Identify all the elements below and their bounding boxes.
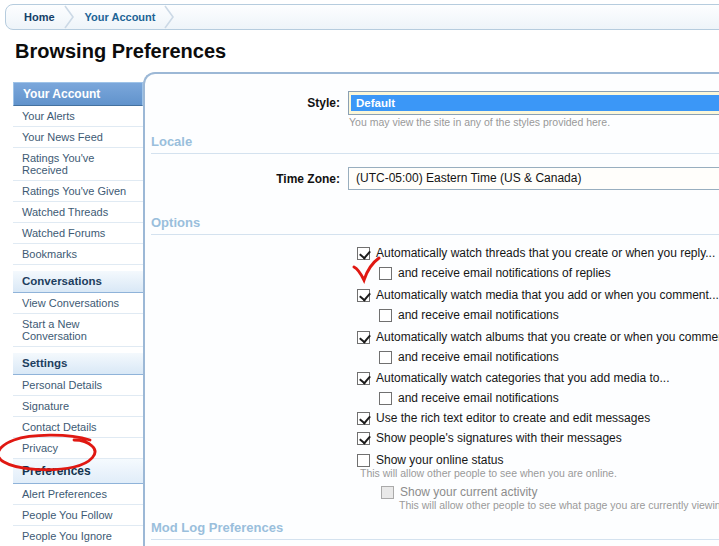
checkbox-show-signatures[interactable]: [357, 432, 370, 445]
checkbox-label: Automatically watch albums that you crea…: [376, 330, 719, 344]
checkbox-label: and receive email notifications: [398, 308, 559, 322]
sidebar-header-conversations: Conversations: [13, 271, 143, 293]
checkbox-label: and receive email notifications: [398, 350, 559, 364]
checkbox-row-auto-watch-media[interactable]: Automatically watch media that you add o…: [357, 287, 719, 303]
checkbox-row-auto-watch-categories[interactable]: Automatically watch categories that you …: [357, 370, 670, 386]
checkbox-label: Show your online status: [376, 453, 503, 467]
sidebar-header-your-account[interactable]: Your Account: [13, 82, 143, 106]
checkbox-row-auto-watch-albums[interactable]: Automatically watch albums that you crea…: [357, 329, 719, 345]
checkbox-auto-watch-categories[interactable]: [357, 372, 370, 385]
sidebar-item-alert-preferences[interactable]: Alert Preferences: [13, 484, 143, 505]
checkbox-row-auto-watch-threads[interactable]: Automatically watch threads that you cre…: [357, 245, 715, 261]
checkbox-show-online-status[interactable]: [357, 454, 370, 467]
style-selected-option[interactable]: Default: [351, 95, 719, 111]
style-explain-text: You may view the site in any of the styl…: [349, 116, 610, 128]
section-header-options: Options: [151, 215, 719, 235]
checkbox-auto-watch-media[interactable]: [357, 289, 370, 302]
checkbox-label: Automatically watch media that you add o…: [376, 288, 719, 302]
sidebar-item-watched-forums[interactable]: Watched Forums: [13, 223, 143, 244]
sidebar-item-personal-details[interactable]: Personal Details: [13, 375, 143, 396]
sidebar-item-watched-threads[interactable]: Watched Threads: [13, 202, 143, 223]
timezone-label: Time Zone:: [160, 172, 340, 186]
sidebar-item-bookmarks[interactable]: Bookmarks: [13, 244, 143, 265]
checkbox-row-show-online-status[interactable]: Show your online status: [357, 452, 503, 468]
checkbox-label: Automatically watch threads that you cre…: [376, 246, 715, 260]
online-status-hint: This will allow other people to see when…: [360, 467, 617, 479]
section-header-locale: Locale: [151, 134, 719, 154]
sidebar-item-contact-details[interactable]: Contact Details: [13, 417, 143, 438]
sidebar-item-your-alerts[interactable]: Your Alerts: [13, 106, 143, 127]
sidebar-group-your-account: Your Account Your Alerts Your News Feed …: [13, 82, 143, 265]
sidebar-item-privacy[interactable]: Privacy: [13, 438, 143, 459]
sidebar-item-people-you-ignore[interactable]: People You Ignore: [13, 526, 143, 546]
checkbox-email-notify-media[interactable]: [379, 309, 392, 322]
sidebar-item-people-you-follow[interactable]: People You Follow: [13, 505, 143, 526]
checkbox-row-email-notify-categories[interactable]: and receive email notifications: [379, 390, 559, 406]
sidebar-group-settings: Settings Personal Details Signature Cont…: [13, 353, 143, 546]
checkbox-row-email-notify-media[interactable]: and receive email notifications: [379, 307, 559, 323]
checkbox-row-show-current-activity[interactable]: Show your current activity: [381, 484, 537, 500]
checkbox-label: Show people's signatures with their mess…: [376, 431, 622, 445]
current-activity-hint: This will allow other people to see what…: [399, 499, 719, 511]
checkbox-label: and receive email notifications of repli…: [398, 266, 611, 280]
sidebar: Your Account Your Alerts Your News Feed …: [13, 82, 143, 546]
checkbox-show-current-activity: [381, 486, 394, 499]
checkbox-label: and receive email notifications: [398, 391, 559, 405]
sidebar-item-preferences[interactable]: Preferences: [13, 459, 143, 484]
checkbox-email-notify-replies[interactable]: [379, 267, 392, 280]
style-label: Style:: [160, 96, 340, 110]
page-title: Browsing Preferences: [15, 40, 226, 63]
checkbox-row-rich-text-editor[interactable]: Use the rich text editor to create and e…: [357, 410, 650, 426]
timezone-select[interactable]: (UTC-05:00) Eastern Time (US & Canada): [348, 167, 719, 190]
checkbox-rich-text-editor[interactable]: [357, 412, 370, 425]
checkbox-email-notify-categories[interactable]: [379, 392, 392, 405]
checkbox-label: Show your current activity: [400, 485, 537, 499]
sidebar-item-start-new-conversation[interactable]: Start a New Conversation: [13, 314, 143, 347]
section-header-mod-log-preferences: Mod Log Preferences: [151, 520, 719, 540]
browsing-preferences-page: Home Your Account Browsing Preferences Y…: [0, 0, 719, 546]
breadcrumb-home[interactable]: Home: [24, 11, 55, 23]
breadcrumb-your-account[interactable]: Your Account: [85, 11, 156, 23]
breadcrumb: Home Your Account: [5, 4, 719, 30]
sidebar-item-view-conversations[interactable]: View Conversations: [13, 293, 143, 314]
checkbox-auto-watch-threads[interactable]: [357, 247, 370, 260]
sidebar-group-conversations: Conversations View Conversations Start a…: [13, 271, 143, 347]
sidebar-item-ratings-given[interactable]: Ratings You've Given: [13, 181, 143, 202]
checkbox-row-email-notify-albums[interactable]: and receive email notifications: [379, 349, 559, 365]
sidebar-item-ratings-received[interactable]: Ratings You've Received: [13, 148, 143, 181]
checkbox-label: Use the rich text editor to create and e…: [376, 411, 650, 425]
checkbox-label: Automatically watch categories that you …: [376, 371, 670, 385]
checkbox-email-notify-albums[interactable]: [379, 351, 392, 364]
checkbox-row-show-signatures[interactable]: Show people's signatures with their mess…: [357, 430, 622, 446]
sidebar-header-settings: Settings: [13, 353, 143, 375]
checkbox-row-email-notify-replies[interactable]: and receive email notifications of repli…: [379, 265, 611, 281]
checkbox-auto-watch-albums[interactable]: [357, 331, 370, 344]
sidebar-item-signature[interactable]: Signature: [13, 396, 143, 417]
style-select[interactable]: Default: [348, 91, 719, 115]
chevron-separator-icon: [164, 5, 176, 29]
sidebar-item-your-news-feed[interactable]: Your News Feed: [13, 127, 143, 148]
chevron-separator-icon: [64, 5, 76, 29]
